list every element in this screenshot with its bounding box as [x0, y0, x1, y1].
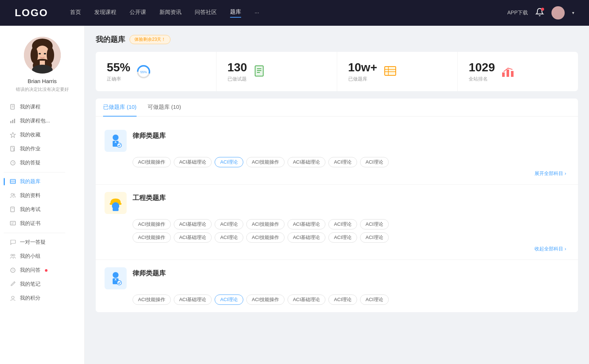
- tabs-row: 已做题库 (10) 可做题库 (10): [96, 99, 578, 117]
- notes-icon: [10, 281, 16, 288]
- question-circle-icon: ?: [10, 160, 16, 166]
- sidebar-motto: 错误的决定比没有决定要好: [12, 86, 73, 93]
- qbank-tag[interactable]: ACI理论: [328, 219, 357, 229]
- nav-open-course[interactable]: 公开课: [130, 9, 146, 17]
- qbank-item-header: 工程类题库: [105, 192, 569, 214]
- sidebar-item-my-qbank[interactable]: 我的题库: [4, 175, 81, 189]
- avatar[interactable]: [551, 6, 565, 19]
- qbank-tag[interactable]: ACI基础理论: [288, 295, 326, 305]
- svg-rect-58: [113, 208, 119, 211]
- qbank-tag[interactable]: ACI理论: [328, 232, 357, 243]
- qbank-tag[interactable]: ACI技能操作: [246, 219, 285, 229]
- nav-home[interactable]: 首页: [70, 9, 81, 17]
- qbank-tag[interactable]: ACI理论: [328, 157, 357, 167]
- svg-point-9: [44, 53, 46, 54]
- qbank-tag[interactable]: ACI技能操作: [246, 157, 285, 167]
- sidebar-item-one-on-one[interactable]: 一对一答疑: [4, 235, 81, 249]
- qbank-tag[interactable]: ACI技能操作: [133, 295, 171, 305]
- engineer-icon: [107, 195, 124, 211]
- sidebar-item-my-qa[interactable]: ? 我的答疑: [4, 156, 81, 170]
- page-header: 我的题库 体验剩余23天！: [96, 35, 578, 44]
- sidebar-item-my-notes[interactable]: 我的笔记: [4, 277, 81, 291]
- user-group-icon: [10, 192, 16, 199]
- qbank-tag[interactable]: ACI理论: [215, 232, 243, 243]
- sidebar-avatar: [24, 37, 61, 74]
- star-icon: [10, 132, 16, 138]
- sidebar-item-my-cert[interactable]: 我的证书: [4, 217, 81, 231]
- done-questions-icon: [253, 64, 268, 79]
- qbank-tag[interactable]: ACI技能操作: [133, 219, 171, 229]
- sidebar-label-my-courses: 我的课程: [20, 104, 40, 110]
- tab-available-banks[interactable]: 可做题库 (10): [148, 99, 181, 117]
- qbank-tag[interactable]: ACI理论: [328, 295, 357, 305]
- svg-point-31: [11, 254, 13, 256]
- sidebar-item-my-courses[interactable]: 我的课程: [4, 100, 81, 114]
- svg-rect-13: [10, 121, 11, 123]
- qbank-tag[interactable]: ACI理论: [360, 232, 389, 243]
- sidebar-label-my-info: 我的资料: [20, 192, 40, 199]
- svg-point-8: [39, 53, 41, 54]
- svg-point-52: [113, 135, 119, 140]
- main-content: 我的题库 体验剩余23天！ 55% 正确率 55%: [85, 26, 589, 364]
- nav-qbank[interactable]: 题库: [230, 8, 241, 18]
- svg-marker-16: [10, 132, 15, 138]
- qbank-tag[interactable]: ACI理论: [215, 219, 243, 229]
- qbank-tag[interactable]: ACI技能操作: [133, 157, 171, 167]
- qbank-expand-lawyer-1[interactable]: 展开全部科目 ›: [105, 170, 569, 177]
- qbank-item-header: 律师类题库: [105, 130, 569, 152]
- qbank-tag-active[interactable]: ACI理论: [215, 295, 243, 305]
- qbank-tags-lawyer-1: ACI技能操作 ACI基础理论 ACI理论 ACI技能操作 ACI基础理论 AC…: [105, 157, 569, 167]
- sidebar-label-my-cert: 我的证书: [20, 220, 40, 227]
- nav-qa[interactable]: 问答社区: [195, 9, 217, 17]
- top-navigation: LOGO 首页 发现课程 公开课 新闻资讯 问答社区 题库 ··· APP下载 …: [0, 0, 589, 26]
- sidebar-item-my-exam[interactable]: 我的考试: [4, 203, 81, 217]
- qbank-card: 已做题库 (10) 可做题库 (10): [96, 99, 578, 312]
- qbank-tag[interactable]: ACI基础理论: [174, 157, 212, 167]
- qbank-tag[interactable]: ACI基础理论: [288, 219, 326, 229]
- sidebar-label-my-favorites: 我的收藏: [20, 132, 40, 138]
- svg-point-62: [117, 281, 121, 285]
- file-icon: [10, 104, 16, 110]
- tab-done-banks[interactable]: 已做题库 (10): [103, 99, 137, 117]
- nav-news[interactable]: 新闻资讯: [159, 9, 181, 17]
- sidebar-item-my-answers[interactable]: ? 我的问答: [4, 263, 81, 277]
- sidebar-item-my-points[interactable]: 我的积分: [4, 291, 81, 305]
- accuracy-icon: 55%: [136, 64, 151, 79]
- sidebar-item-my-packages[interactable]: 我的课程包...: [4, 114, 81, 128]
- trial-badge: 体验剩余23天！: [130, 35, 170, 44]
- qbank-tag[interactable]: ACI基础理论: [174, 295, 212, 305]
- logo: LOGO: [15, 7, 48, 19]
- sidebar-label-my-exam: 我的考试: [20, 206, 40, 213]
- profile-chevron-down-icon[interactable]: ▾: [572, 10, 574, 15]
- qbank-tag[interactable]: ACI基础理论: [174, 232, 212, 243]
- qbank-item-engineer: 工程类题库 ACI技能操作 ACI基础理论 ACI理论 ACI技能操作 ACI基…: [96, 185, 578, 260]
- sidebar-username: Brian Harris: [28, 78, 57, 84]
- sidebar-item-my-favorites[interactable]: 我的收藏: [4, 128, 81, 142]
- app-download-button[interactable]: APP下载: [507, 10, 528, 16]
- chart-icon: [10, 118, 16, 124]
- qbank-tag[interactable]: ACI技能操作: [246, 232, 285, 243]
- qbank-tag[interactable]: ACI基础理论: [288, 232, 326, 243]
- svg-rect-26: [11, 207, 14, 212]
- sidebar-item-my-info[interactable]: 我的资料: [4, 189, 81, 203]
- qbank-tag-active[interactable]: ACI理论: [215, 157, 243, 167]
- svg-rect-49: [502, 72, 505, 77]
- qbank-tag[interactable]: ACI理论: [360, 295, 389, 305]
- qbank-tag[interactable]: ACI理论: [360, 219, 389, 229]
- sidebar-label-my-homework: 我的作业: [20, 146, 40, 152]
- qbank-collapse-engineer[interactable]: 收起全部科目 ›: [105, 246, 569, 252]
- qbank-tag[interactable]: ACI理论: [360, 157, 389, 167]
- sidebar-label-my-answers: 我的问答: [20, 267, 40, 274]
- qbank-tag[interactable]: ACI基础理论: [174, 219, 212, 229]
- qbank-tag[interactable]: ACI技能操作: [246, 295, 285, 305]
- sidebar-item-my-homework[interactable]: 我的作业: [4, 142, 81, 156]
- nav-more[interactable]: ···: [254, 9, 259, 17]
- svg-rect-28: [10, 221, 15, 225]
- sidebar-item-my-groups[interactable]: 我的小组: [4, 249, 81, 263]
- qbank-tag[interactable]: ACI基础理论: [288, 157, 326, 167]
- qbank-engineer-icon-wrap: [105, 192, 127, 214]
- notification-bell[interactable]: [535, 8, 544, 18]
- nav-discover[interactable]: 发现课程: [94, 9, 116, 17]
- qbank-tag[interactable]: ACI技能操作: [133, 232, 171, 243]
- stat-accuracy: 55% 正确率 55%: [96, 52, 216, 91]
